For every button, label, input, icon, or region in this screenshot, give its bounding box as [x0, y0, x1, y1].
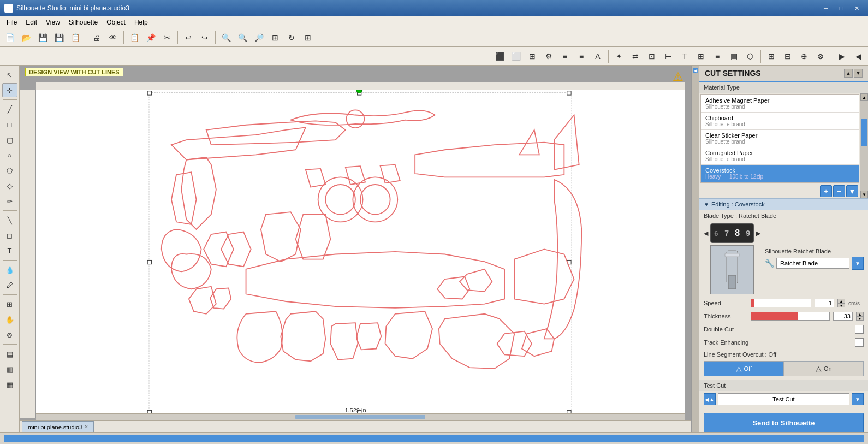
tool-r6[interactable]: ≡ [574, 49, 589, 63]
overcut-on-button[interactable]: △ On [784, 361, 864, 376]
material-corrugated-paper[interactable]: Corrugated Paper Silhouette brand [701, 147, 859, 165]
tool-r16[interactable]: ⬡ [742, 49, 758, 63]
thickness-up[interactable]: ▲ [856, 312, 864, 316]
print-button[interactable]: 🖨 [89, 31, 104, 45]
grid-button[interactable]: ⊞ [300, 31, 316, 45]
zoom-fit-button[interactable]: ⊞ [267, 31, 283, 45]
zoom-in-button[interactable]: 🔎 [251, 31, 266, 45]
menu-view[interactable]: View [41, 17, 64, 27]
tool-r11[interactable]: ⊢ [661, 49, 676, 63]
find-button[interactable]: 🔍 [218, 31, 234, 45]
menu-file[interactable]: File [2, 17, 21, 27]
material-dropdown-button[interactable]: ▼ [846, 185, 858, 197]
tool-r9[interactable]: ⇄ [628, 49, 643, 63]
speed-up[interactable]: ▲ [837, 299, 845, 303]
mat-scroll-down[interactable]: ▼ [860, 191, 868, 198]
test-cut-button[interactable]: Test Cut [718, 393, 849, 405]
tool-eyedrop[interactable]: 💧 [2, 263, 17, 277]
tool-media[interactable]: ⊚ [2, 328, 17, 342]
zoom-out-button[interactable]: 🔍 [235, 31, 250, 45]
tool-polygon[interactable]: ⬠ [2, 163, 17, 177]
send-to-silhouette-button[interactable]: Send to Silhouette [704, 413, 864, 432]
overcut-off-button[interactable]: △ Off [704, 361, 784, 376]
tool-r18[interactable]: ⊟ [780, 49, 795, 63]
mat-scroll-thumb[interactable] [861, 119, 867, 146]
tool-r8[interactable]: ✦ [611, 49, 627, 63]
print-preview-button[interactable]: 👁 [105, 31, 121, 45]
remove-material-button[interactable]: − [833, 185, 845, 197]
paste-button[interactable]: 📌 [143, 31, 158, 45]
thickness-value[interactable]: 33 [833, 312, 853, 321]
tool-rect[interactable]: □ [2, 117, 17, 132]
test-cut-left-button[interactable]: ◀▲ [704, 393, 716, 405]
menu-help[interactable]: Help [130, 17, 152, 27]
speed-value[interactable]: 1 [815, 299, 834, 307]
copy-button[interactable]: 📋 [127, 31, 142, 45]
tool-r15[interactable]: ▤ [726, 49, 741, 63]
tool-r12[interactable]: ⊤ [677, 49, 692, 63]
canvas-tab[interactable]: mini bi plane.studio3 × [22, 421, 94, 432]
minimize-button[interactable]: ─ [819, 3, 833, 14]
tool-panel3[interactable]: ▦ [2, 377, 17, 392]
panel-scroll-down[interactable]: ▼ [854, 69, 863, 78]
tab-close[interactable]: × [85, 424, 88, 430]
open-button[interactable]: 📂 [19, 31, 34, 45]
material-clear-sticker-paper[interactable]: Clear Sticker Paper Silhouette brand [701, 130, 859, 147]
rotate-button[interactable]: ↻ [284, 31, 299, 45]
canvas-content[interactable] [36, 90, 685, 418]
tool-ellipse[interactable]: ○ [2, 148, 17, 162]
track-enhancing-checkbox[interactable] [855, 338, 864, 347]
thickness-down[interactable]: ▼ [856, 316, 864, 321]
tool-hand[interactable]: ✋ [2, 312, 17, 327]
tool-pencil[interactable]: ✏ [2, 194, 17, 208]
tool-select[interactable]: ↖ [2, 68, 17, 82]
maximize-button[interactable]: □ [834, 3, 848, 14]
blade-prev-icon[interactable]: ◀ [704, 230, 708, 237]
tool-r7[interactable]: A [590, 49, 605, 63]
tool-r22[interactable]: ◀ [851, 49, 866, 63]
speed-down[interactable]: ▼ [837, 303, 845, 307]
redo-button[interactable]: ↪ [197, 31, 212, 45]
tool-blade[interactable]: ╲ [2, 213, 17, 227]
blade-dropdown-button[interactable]: ▼ [852, 257, 864, 270]
undo-button[interactable]: ↩ [181, 31, 196, 45]
add-material-button[interactable]: + [820, 185, 832, 197]
tool-line[interactable]: ╱ [2, 102, 17, 116]
cut-button[interactable]: ✂ [159, 31, 175, 45]
editing-expand-icon[interactable]: ▼ [704, 202, 709, 208]
tool-r19[interactable]: ⊕ [796, 49, 812, 63]
speed-slider[interactable] [751, 299, 811, 307]
tool-panel2[interactable]: ▥ [2, 362, 17, 376]
tool-r4[interactable]: ⚙ [541, 49, 556, 63]
material-coverstock[interactable]: Coverstock Heavy — 105lb to 12zip [701, 165, 859, 182]
tool-zoom[interactable]: ⊞ [2, 297, 17, 311]
tool-r1[interactable]: ⬛ [492, 49, 507, 63]
thickness-slider[interactable] [751, 312, 830, 321]
tool-erase[interactable]: ◻ [2, 228, 17, 242]
material-adhesive-magnet-paper[interactable]: Adhesive Magnet Paper Silhouette brand [701, 95, 859, 113]
mat-scroll-up[interactable]: ▲ [860, 93, 868, 101]
tool-node[interactable]: ⊹ [2, 83, 17, 97]
tool-r3[interactable]: ⊞ [525, 49, 540, 63]
h-scrollbar-thumb[interactable] [295, 415, 425, 419]
material-chipboard[interactable]: Chipboard Silhouette brand [701, 113, 859, 130]
tool-r21[interactable]: ▶ [834, 49, 849, 63]
tool-fill[interactable]: 🖊 [2, 278, 17, 292]
new-button[interactable]: 📄 [2, 31, 17, 45]
tool-r10[interactable]: ⊡ [644, 49, 659, 63]
blade-dial[interactable]: 6 7 8 9 [710, 223, 754, 243]
tool-node-edit[interactable]: ◇ [2, 179, 17, 193]
tool-r13[interactable]: ⊞ [693, 49, 709, 63]
h-scrollbar[interactable] [36, 413, 685, 420]
blade-next-icon[interactable]: ▶ [756, 230, 760, 237]
menu-edit[interactable]: Edit [21, 17, 41, 27]
tool-rounded-rect[interactable]: ▢ [2, 133, 17, 147]
canvas-area[interactable]: DESIGN VIEW WITH CUT LINES ⚠ [20, 66, 691, 432]
tool-panel1[interactable]: ▤ [2, 347, 17, 361]
menu-object[interactable]: Object [102, 17, 130, 27]
save-small-button[interactable]: 💾 [35, 31, 50, 45]
tool-text[interactable]: T [2, 244, 17, 258]
tool-r17[interactable]: ⊞ [764, 49, 779, 63]
tool-r5[interactable]: ≡ [557, 49, 573, 63]
tool-r2[interactable]: ⬜ [508, 49, 524, 63]
